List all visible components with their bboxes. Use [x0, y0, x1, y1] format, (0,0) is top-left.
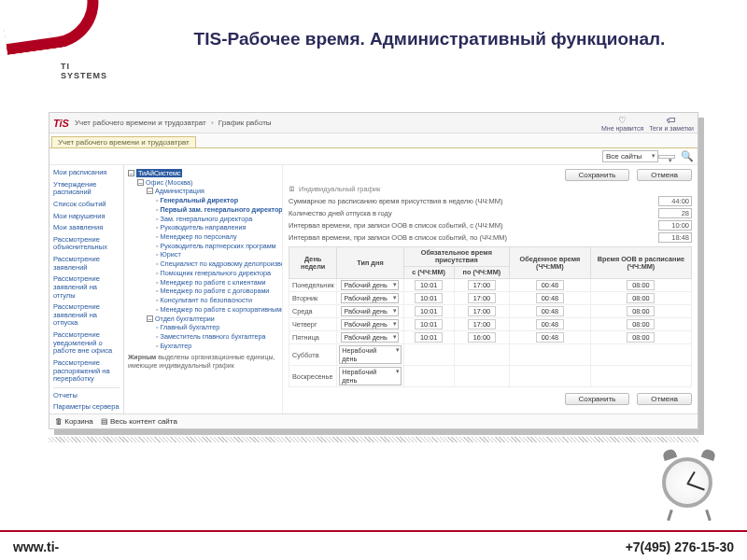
cell-to[interactable]: 17:00: [454, 318, 509, 331]
kv-row: Суммарное по расписанию время присутстви…: [289, 196, 692, 206]
tree-accounting[interactable]: –Отдел бухгалтерии: [128, 315, 280, 324]
tree-node[interactable]: ◦ Специалист по кадровому делопроизводст…: [128, 259, 280, 269]
cell-lunch[interactable]: 00:48: [510, 331, 591, 344]
cell-type[interactable]: Нерабочий день: [337, 344, 403, 366]
cell-from[interactable]: 10:01: [403, 292, 454, 305]
cell-from[interactable]: [403, 344, 454, 366]
site-filter-dropdown[interactable]: Все сайты: [602, 150, 658, 162]
cell-from[interactable]: 10:01: [403, 331, 454, 344]
org-tree: –ТиАйСистемс –Офис (Москва) –Администрац…: [124, 165, 283, 413]
tree-node[interactable]: ◦ Менеджер по работе с договорами: [128, 287, 280, 296]
tag-icon: 🏷: [667, 115, 676, 125]
breadcrumb-sep: ›: [211, 119, 214, 127]
cell-oov[interactable]: [590, 366, 691, 387]
app-topbar: TiS Учет рабочего времени и трудозатрат …: [49, 113, 698, 133]
cancel-button-bottom[interactable]: Отмена: [637, 393, 692, 405]
cell-type[interactable]: Рабочий день: [337, 331, 403, 344]
nav-item[interactable]: Утверждение расписаний: [53, 181, 120, 197]
cell-from[interactable]: 10:01: [403, 279, 454, 292]
breadcrumb: Учет рабочего времени и трудозатрат › Гр…: [75, 119, 272, 127]
nav-item[interactable]: Отчеты: [53, 392, 120, 400]
cell-lunch[interactable]: [510, 366, 591, 387]
cell-type[interactable]: Рабочий день: [337, 292, 403, 305]
secondary-filter-dropdown[interactable]: [658, 155, 675, 159]
cell-day: Пятница: [289, 331, 337, 344]
nav-item[interactable]: Мои расписания: [53, 169, 120, 177]
kv-value[interactable]: 10:00: [658, 220, 692, 231]
tree-node[interactable]: ◦ Зам. генерального директора: [128, 215, 280, 224]
cell-oov[interactable]: 08:00: [590, 279, 691, 292]
nav-item[interactable]: Рассмотрение уведомлений о работе вне оф…: [53, 331, 120, 356]
tree-node[interactable]: ◦ Менеджер по персоналу: [128, 232, 280, 242]
like-button[interactable]: ♡ Мне нравится: [601, 115, 643, 132]
ribbon-tab-row: Учет рабочего времени и трудозатрат: [49, 133, 698, 148]
cell-oov[interactable]: [590, 344, 691, 366]
section-header: 🗓Индивидуальный график: [289, 185, 692, 193]
cell-lunch[interactable]: 00:48: [510, 305, 591, 318]
nav-item[interactable]: Параметры сервера: [53, 403, 120, 412]
cell-day: Понедельник: [289, 279, 337, 292]
cell-lunch[interactable]: [510, 344, 591, 366]
tree-node[interactable]: ◦ Помощник генерального директора: [128, 269, 280, 278]
tree-node[interactable]: ◦ Первый зам. генерального директора: [128, 205, 280, 215]
cell-to[interactable]: 17:00: [454, 292, 509, 305]
save-button[interactable]: Сохранить: [565, 169, 630, 181]
all-site-content[interactable]: ▤ Весь контент сайта: [101, 417, 177, 426]
nav-item[interactable]: Мои нарушения: [53, 213, 120, 221]
nav-item[interactable]: Мои заявления: [53, 224, 120, 232]
app-window: TiS Учет рабочего времени и трудозатрат …: [49, 112, 698, 429]
cell-type[interactable]: Рабочий день: [337, 318, 403, 331]
cell-to[interactable]: 16:00: [454, 331, 509, 344]
cell-to[interactable]: [454, 344, 509, 366]
recycle-bin[interactable]: 🗑 Корзина: [55, 417, 93, 426]
tree-node[interactable]: ◦ Генеральный директор: [128, 196, 280, 205]
tree-root[interactable]: –ТиАйСистемс: [128, 169, 280, 178]
nav-item[interactable]: Рассмотрение заявлений на отгулы: [53, 275, 120, 300]
cell-to[interactable]: [454, 366, 509, 387]
kv-value[interactable]: 18:48: [658, 232, 692, 243]
cell-type[interactable]: Рабочий день: [337, 305, 403, 318]
breadcrumb-root[interactable]: Учет рабочего времени и трудозатрат: [75, 119, 206, 127]
nav-item[interactable]: Рассмотрение заявлений: [53, 256, 120, 272]
cell-from[interactable]: 10:01: [403, 305, 454, 318]
cell-lunch[interactable]: 00:48: [510, 318, 591, 331]
nav-item[interactable]: Рассмотрение распоряжений на переработку: [53, 359, 120, 384]
tree-node[interactable]: ◦ Руководитель направления: [128, 223, 280, 232]
tree-node[interactable]: ◦ Главный бухгалтер: [128, 323, 280, 332]
cancel-button[interactable]: Отмена: [637, 169, 692, 181]
th-presence: Обязательное время присутствия: [403, 247, 510, 267]
cell-from[interactable]: [403, 366, 454, 387]
cell-oov[interactable]: 08:00: [590, 331, 691, 344]
cell-type[interactable]: Рабочий день: [337, 279, 403, 292]
tree-office[interactable]: –Офис (Москва): [128, 178, 280, 188]
cell-lunch[interactable]: 00:48: [510, 292, 591, 305]
save-button-bottom[interactable]: Сохранить: [565, 393, 630, 405]
cell-oov[interactable]: 08:00: [590, 318, 691, 331]
tags-notes-button[interactable]: 🏷 Теги и заметки: [649, 115, 694, 132]
nav-item[interactable]: Рассмотрение объяснительных: [53, 236, 120, 252]
tree-node[interactable]: ◦ Руководитель партнерских программ: [128, 242, 280, 251]
tree-node[interactable]: ◦ Юрист: [128, 250, 280, 259]
tree-node[interactable]: ◦ Бухгалтер: [128, 342, 280, 351]
table-row: ПятницаРабочий день10:0116:0000:4808:00: [289, 331, 692, 344]
cell-oov[interactable]: 08:00: [590, 305, 691, 318]
nav-item[interactable]: Список событий: [53, 201, 120, 209]
tree-admin[interactable]: –Администрация: [128, 187, 280, 196]
ribbon-tab-active[interactable]: Учет рабочего времени и трудозатрат: [51, 136, 196, 147]
tree-node[interactable]: ◦ Менеджер по работе с клиентами: [128, 278, 280, 287]
tree-node[interactable]: ◦ Консультант по безопасности: [128, 296, 280, 305]
cell-lunch[interactable]: 00:48: [510, 279, 591, 292]
cell-type[interactable]: Нерабочий день: [337, 366, 403, 387]
cell-oov[interactable]: 08:00: [590, 292, 691, 305]
nav-item[interactable]: Рассмотрение заявлений на отпуска: [53, 303, 120, 328]
search-icon[interactable]: 🔍: [681, 150, 694, 162]
kv-value[interactable]: 44:00: [658, 196, 692, 206]
cell-to[interactable]: 17:00: [454, 305, 509, 318]
tree-node[interactable]: ◦ Менеджер по работе с корпоративными кл…: [128, 305, 280, 315]
cell-from[interactable]: 10:01: [403, 318, 454, 331]
table-row: ПонедельникРабочий день10:0117:0000:4808…: [289, 279, 692, 292]
cell-to[interactable]: 17:00: [454, 279, 509, 292]
kv-value[interactable]: 28: [658, 208, 692, 218]
table-row: СредаРабочий день10:0117:0000:4808:00: [289, 305, 692, 318]
tree-node[interactable]: ◦ Заместитель главного бухгалтера: [128, 332, 280, 342]
